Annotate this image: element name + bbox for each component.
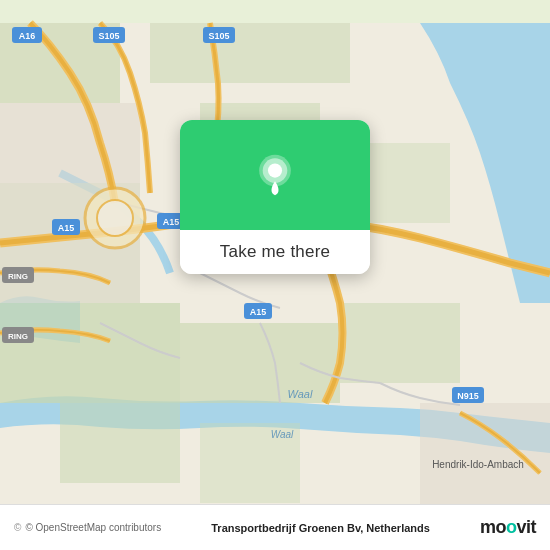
moovit-logo: moovit — [480, 517, 536, 538]
svg-text:S105: S105 — [98, 31, 119, 41]
svg-rect-4 — [180, 323, 340, 403]
moovit-logo-accent: o — [506, 517, 517, 537]
svg-text:A15: A15 — [250, 307, 267, 317]
svg-rect-2 — [150, 23, 350, 83]
svg-text:A15: A15 — [163, 217, 180, 227]
svg-rect-5 — [340, 303, 460, 383]
map-container: A16 S105 S105 A15 A15 A15 RING RING N915… — [0, 0, 550, 550]
svg-text:RING: RING — [8, 272, 28, 281]
svg-rect-3 — [0, 303, 180, 403]
place-name: Transportbedrijf Groenen Bv, Netherlands — [169, 522, 472, 534]
svg-text:S105: S105 — [208, 31, 229, 41]
svg-text:N915: N915 — [457, 391, 479, 401]
svg-text:Waal: Waal — [288, 388, 313, 400]
copyright-text: © OpenStreetMap contributors — [25, 522, 161, 533]
bottom-bar: © © OpenStreetMap contributors Transport… — [0, 504, 550, 550]
popup-header — [180, 120, 370, 230]
svg-point-14 — [97, 200, 133, 236]
svg-text:A15: A15 — [58, 223, 75, 233]
svg-text:Hendrik-Ido-Ambach: Hendrik-Ido-Ambach — [432, 459, 524, 470]
location-pin-icon — [253, 153, 297, 197]
svg-text:Waal: Waal — [271, 429, 294, 440]
svg-text:A16: A16 — [19, 31, 36, 41]
svg-text:RING: RING — [8, 332, 28, 341]
svg-rect-9 — [60, 403, 180, 483]
svg-point-38 — [268, 164, 282, 178]
take-me-there-popup: Take me there — [180, 120, 370, 274]
take-me-there-button[interactable]: Take me there — [180, 230, 370, 274]
